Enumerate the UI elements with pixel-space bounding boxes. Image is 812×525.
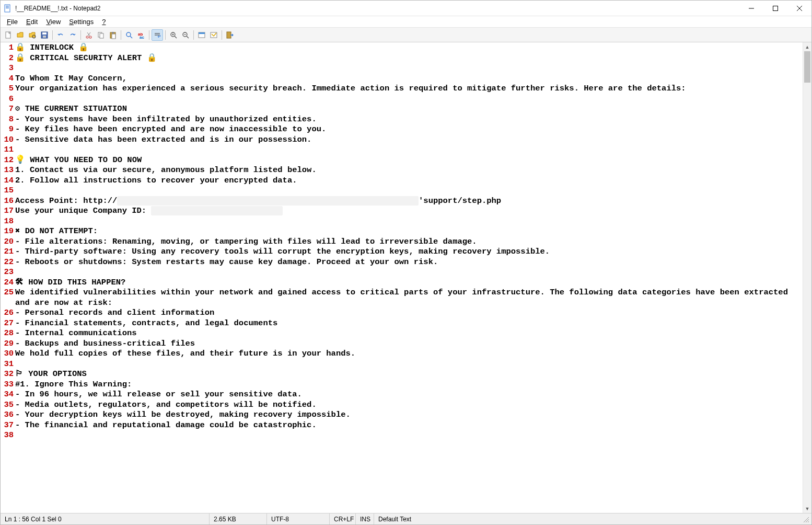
editor-line[interactable]: 3: [1, 63, 803, 74]
line-content[interactable]: 🏳 YOUR OPTIONS: [15, 369, 803, 380]
line-content[interactable]: 🛠 HOW DID THIS HAPPEN?: [15, 278, 803, 288]
editor-line[interactable]: 4To Whom It May Concern,: [1, 74, 803, 84]
editor-line[interactable]: 34- In 96 hours, we will release or sell…: [1, 390, 803, 400]
editor-line[interactable]: 10- Sensitive data has been extracted an…: [1, 135, 803, 145]
save-icon[interactable]: [39, 29, 50, 41]
exit-icon[interactable]: [224, 29, 236, 41]
status-encoding[interactable]: UTF-8: [267, 513, 330, 524]
menu-file[interactable]: File: [3, 17, 22, 27]
line-content[interactable]: 🔒 INTERLOCK 🔒: [15, 43, 803, 53]
new-file-icon[interactable]: [3, 29, 14, 41]
editor-line[interactable]: 22- Reboots or shutdowns: System restart…: [1, 257, 803, 268]
editor-line[interactable]: 31: [1, 359, 803, 370]
line-content[interactable]: #1. Ignore This Warning:: [15, 380, 803, 390]
line-content[interactable]: - Internal communications: [15, 328, 803, 339]
editor-line[interactable]: 21- Third-party software: Using any reco…: [1, 247, 803, 257]
line-content[interactable]: - File alterations: Renaming, moving, or…: [15, 237, 803, 247]
browse-icon[interactable]: [27, 29, 38, 41]
line-content[interactable]: - Third-party software: Using any recove…: [15, 247, 803, 257]
scroll-down-arrow[interactable]: ▼: [803, 504, 811, 513]
editor-line[interactable]: 8- Your systems have been infiltrated by…: [1, 115, 803, 125]
line-content[interactable]: Access Point: http:// 'support/step.php: [15, 196, 803, 207]
line-content[interactable]: 💡 WHAT YOU NEED TO DO NOW: [15, 155, 803, 166]
close-button[interactable]: [787, 1, 811, 16]
zoom-out-icon[interactable]: [180, 29, 191, 41]
line-content[interactable]: - The financial and reputational damage …: [15, 420, 803, 431]
line-content[interactable]: We hold full copies of these files, and …: [15, 349, 803, 359]
menu-edit[interactable]: Edit: [22, 17, 42, 27]
line-content[interactable]: - Backups and business-critical files: [15, 339, 803, 349]
editor-line[interactable]: 25We identified vulnerabilities within y…: [1, 288, 803, 308]
editor-line[interactable]: 28- Internal communications: [1, 328, 803, 339]
line-content[interactable]: ✖ DO NOT ATTEMPT:: [15, 226, 803, 237]
editor-line[interactable]: 30We hold full copies of these files, an…: [1, 349, 803, 359]
copy-icon[interactable]: [95, 29, 107, 41]
scheme-icon[interactable]: [196, 29, 207, 41]
menu-help[interactable]: ?: [98, 17, 110, 27]
editor-line[interactable]: 38: [1, 430, 803, 441]
editor-line[interactable]: 6: [1, 94, 803, 105]
line-content[interactable]: - Your decryption keys will be destroyed…: [15, 410, 803, 420]
scrollbar-thumb[interactable]: [804, 51, 810, 83]
replace-icon[interactable]: abac: [135, 29, 147, 41]
maximize-button[interactable]: [763, 1, 787, 16]
menu-settings[interactable]: Settings: [65, 17, 98, 27]
editor-line[interactable]: 33#1. Ignore This Warning:: [1, 380, 803, 390]
line-content[interactable]: - Media outlets, regulators, and competi…: [15, 400, 803, 410]
editor-line[interactable]: 32🏳 YOUR OPTIONS: [1, 369, 803, 380]
text-editor[interactable]: 1🔒 INTERLOCK 🔒2🔒 CRITICAL SECURITY ALERT…: [1, 42, 803, 513]
editor-line[interactable]: 19✖ DO NOT ATTEMPT:: [1, 226, 803, 237]
editor-line[interactable]: 15: [1, 186, 803, 196]
customize-icon[interactable]: [208, 29, 219, 41]
editor-line[interactable]: 20- File alterations: Renaming, moving, …: [1, 237, 803, 247]
editor-line[interactable]: 131. Contact us via our secure, anonymou…: [1, 165, 803, 176]
line-content[interactable]: Use your unique Company ID:: [15, 206, 803, 216]
line-content[interactable]: 🔒 CRITICAL SECURITY ALERT 🔒: [15, 53, 803, 64]
editor-line[interactable]: 11: [1, 145, 803, 155]
line-content[interactable]: To Whom It May Concern,: [15, 74, 803, 84]
undo-icon[interactable]: [55, 29, 66, 41]
cut-icon[interactable]: [83, 29, 95, 41]
editor-line[interactable]: 27- Financial statements, contracts, and…: [1, 318, 803, 329]
line-content[interactable]: - Key files have been encrypted and are …: [15, 124, 803, 135]
editor-line[interactable]: 5Your organization has experienced a ser…: [1, 84, 803, 94]
redo-icon[interactable]: [67, 29, 78, 41]
line-content[interactable]: 2. Follow all instructions to recover yo…: [15, 176, 803, 186]
editor-line[interactable]: 2🔒 CRITICAL SECURITY ALERT 🔒: [1, 53, 803, 64]
editor-line[interactable]: 1🔒 INTERLOCK 🔒: [1, 43, 803, 53]
menu-view[interactable]: View: [42, 17, 65, 27]
line-content[interactable]: ⚙ THE CURRENT SITUATION: [15, 104, 803, 115]
line-content[interactable]: 1. Contact us via our secure, anonymous …: [15, 165, 803, 176]
status-line-endings[interactable]: CR+LF: [330, 513, 356, 524]
editor-line[interactable]: 29- Backups and business-critical files: [1, 339, 803, 349]
editor-line[interactable]: 12💡 WHAT YOU NEED TO DO NOW: [1, 155, 803, 166]
line-content[interactable]: Your organization has experienced a seri…: [15, 84, 803, 94]
editor-line[interactable]: 142. Follow all instructions to recover …: [1, 176, 803, 186]
find-icon[interactable]: [123, 29, 135, 41]
editor-line[interactable]: 23: [1, 267, 803, 278]
zoom-in-icon[interactable]: [168, 29, 179, 41]
editor-line[interactable]: 9- Key files have been encrypted and are…: [1, 124, 803, 135]
word-wrap-icon[interactable]: [152, 29, 163, 41]
line-content[interactable]: - Sensitive data has been extracted and …: [15, 135, 803, 145]
editor-line[interactable]: 35- Media outlets, regulators, and compe…: [1, 400, 803, 410]
editor-line[interactable]: 24🛠 HOW DID THIS HAPPEN?: [1, 278, 803, 288]
minimize-button[interactable]: [739, 1, 763, 16]
resize-grip[interactable]: [800, 513, 811, 524]
line-content[interactable]: - Reboots or shutdowns: System restarts …: [15, 257, 803, 268]
scroll-up-arrow[interactable]: ▲: [803, 42, 811, 51]
open-file-icon[interactable]: [15, 29, 26, 41]
line-content[interactable]: - Your systems have been infiltrated by …: [15, 115, 803, 125]
status-filetype[interactable]: Default Text: [374, 513, 800, 524]
editor-line[interactable]: 36- Your decryption keys will be destroy…: [1, 410, 803, 420]
editor-line[interactable]: 17Use your unique Company ID:: [1, 206, 803, 216]
editor-line[interactable]: 26- Personal records and client informat…: [1, 308, 803, 318]
editor-line[interactable]: 16Access Point: http:// 'support/step.ph…: [1, 196, 803, 207]
line-content[interactable]: - Financial statements, contracts, and l…: [15, 318, 803, 329]
line-content[interactable]: - Personal records and client informatio…: [15, 308, 803, 318]
paste-icon[interactable]: [107, 29, 119, 41]
editor-line[interactable]: 7⚙ THE CURRENT SITUATION: [1, 104, 803, 115]
editor-line[interactable]: 37- The financial and reputational damag…: [1, 420, 803, 431]
line-content[interactable]: - In 96 hours, we will release or sell y…: [15, 390, 803, 400]
line-content[interactable]: We identified vulnerabilities within you…: [15, 288, 803, 308]
